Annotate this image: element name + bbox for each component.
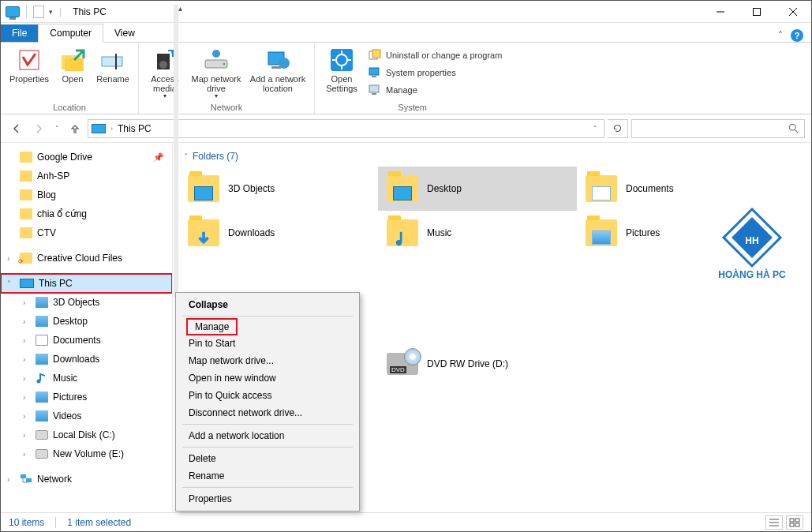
thumbnails-view-button[interactable] [786,515,803,530]
nav-anh-sp[interactable]: Anh-SP [1,167,172,185]
close-button[interactable] [775,1,811,23]
tab-view[interactable]: View [103,24,146,42]
breadcrumb[interactable]: This PC [118,123,152,134]
pin-icon: 📌 [153,152,164,163]
svg-rect-27 [372,76,376,77]
open-settings-button[interactable]: Open Settings [320,44,364,93]
svg-text:HH: HH [745,235,758,246]
nav-ctv[interactable]: CTV [1,223,172,242]
context-menu: Collapse Manage Pin to Start Map network… [175,292,360,511]
search-icon [788,123,799,134]
tab-computer[interactable]: Computer [38,24,103,43]
properties-button[interactable]: Properties [6,44,53,84]
svg-rect-33 [21,474,26,478]
tab-file[interactable]: File [1,24,38,42]
menu-open-new-window[interactable]: Open in new window [178,369,357,387]
uninstall-program-button[interactable]: Uninstall or change a program [365,47,505,63]
nav-music[interactable]: ›Music [1,369,172,388]
refresh-button[interactable] [608,119,628,138]
nav-pictures[interactable]: ›Pictures [1,388,172,406]
nav-blog[interactable]: Blog [1,185,172,204]
music-icon [36,372,48,384]
nav-downloads[interactable]: ›Downloads [1,350,172,369]
menu-disconnect-drive[interactable]: Disconnect network drive... [178,404,357,421]
divider [26,6,27,18]
nav-network[interactable]: ›Network [1,470,172,489]
ribbon-tabs: File Computer View ˄ ? [1,23,811,42]
svg-rect-29 [372,93,376,95]
chevron-down-icon: ˅ [184,152,188,161]
nav-documents[interactable]: ›Documents [1,331,172,350]
nav-desktop[interactable]: ›Desktop [1,312,172,331]
window-controls [702,1,811,23]
menu-pin-quick[interactable]: Pin to Quick access [178,387,357,404]
svg-rect-25 [372,50,380,58]
nav-local-disk-c[interactable]: ›Local Disk (C:) [1,425,172,444]
back-button[interactable] [7,119,26,138]
map-network-drive-button[interactable]: Map network drive▾ [188,44,245,100]
menu-add-network-location[interactable]: Add a network location [178,427,357,444]
navigation-pane: Google Drive📌 Anh-SP Blog chia ổ cứng CT… [1,143,173,512]
tile-music[interactable]: Music [378,211,577,255]
ribbon-group-label: Location [6,103,133,114]
svg-rect-26 [369,68,379,75]
nav-3d-objects[interactable]: ›3D Objects [1,293,172,312]
menu-map-drive[interactable]: Map network drive... [178,352,357,369]
ribbon-group-network: Access media▾ Map network drive▾ Add a n… [139,43,315,114]
help-icon[interactable]: ? [791,29,803,42]
document-icon [33,6,44,18]
forward-button[interactable] [29,119,48,138]
menu-delete[interactable]: Delete [178,450,357,467]
address-dropdown-icon[interactable]: ˅ [593,125,602,133]
menu-rename[interactable]: Rename [178,467,357,485]
svg-rect-7 [102,57,122,66]
tile-desktop[interactable]: Desktop [378,167,577,211]
svg-line-31 [795,129,799,133]
menu-pin-start[interactable]: Pin to Start [178,335,357,352]
svg-point-30 [789,124,795,130]
svg-point-13 [223,63,226,66]
pc-icon [20,279,34,288]
title-bar: ▾ | This PC [1,1,811,23]
collapse-icon[interactable]: ˅ [7,279,11,288]
maximize-button[interactable] [739,1,775,23]
ribbon: Properties Open Rename Location Access m… [1,42,811,114]
tile-3d-objects[interactable]: 3D Objects [179,167,378,211]
watermark-logo: HH HOÀNG HÀ PC [707,198,797,288]
qat-dropdown-icon[interactable]: ▾ [49,8,53,16]
details-view-button[interactable] [765,515,783,530]
svg-point-14 [212,50,220,58]
history-dropdown[interactable]: ˅ [51,119,62,138]
search-box[interactable] [631,119,805,138]
tile-dvd-drive[interactable]: DVD RW Drive (D:) [378,342,577,386]
expand-icon[interactable]: › [7,254,9,263]
menu-properties[interactable]: Properties [178,490,357,508]
nav-google-drive[interactable]: Google Drive📌 [1,148,172,167]
ribbon-group-system: Open Settings Uninstall or change a prog… [315,43,510,114]
system-properties-button[interactable]: System properties [365,65,505,81]
manage-button[interactable]: Manage [365,82,505,98]
menu-collapse[interactable]: Collapse [178,296,357,313]
ribbon-collapse-icon[interactable]: ˄ [778,30,783,41]
nav-chia[interactable]: chia ổ cứng [1,204,172,223]
nav-creative-cloud[interactable]: ›⟳Creative Cloud Files [1,249,172,268]
nav-videos[interactable]: ›Videos [1,406,172,425]
svg-point-32 [37,380,41,384]
svg-rect-1 [754,8,761,15]
nav-this-pc[interactable]: ˅This PC [1,274,172,293]
tile-downloads[interactable]: Downloads [179,211,378,255]
svg-rect-6 [65,58,84,71]
rename-button[interactable]: Rename [92,44,133,84]
add-network-location-button[interactable]: Add a network location [246,44,309,93]
up-button[interactable] [65,119,84,138]
svg-rect-34 [26,478,32,482]
address-bar[interactable]: › This PC ˅ [88,119,604,138]
open-button[interactable]: Open [54,44,91,84]
svg-point-37 [396,240,402,245]
body: Google Drive📌 Anh-SP Blog chia ổ cứng CT… [1,143,811,512]
minimize-button[interactable] [702,1,739,23]
menu-manage[interactable]: Manage [187,319,237,335]
nav-new-volume-e[interactable]: ›New Volume (E:) [1,444,172,463]
group-header-folders[interactable]: ˅ Folders (7) [184,151,805,162]
svg-rect-44 [790,519,794,522]
